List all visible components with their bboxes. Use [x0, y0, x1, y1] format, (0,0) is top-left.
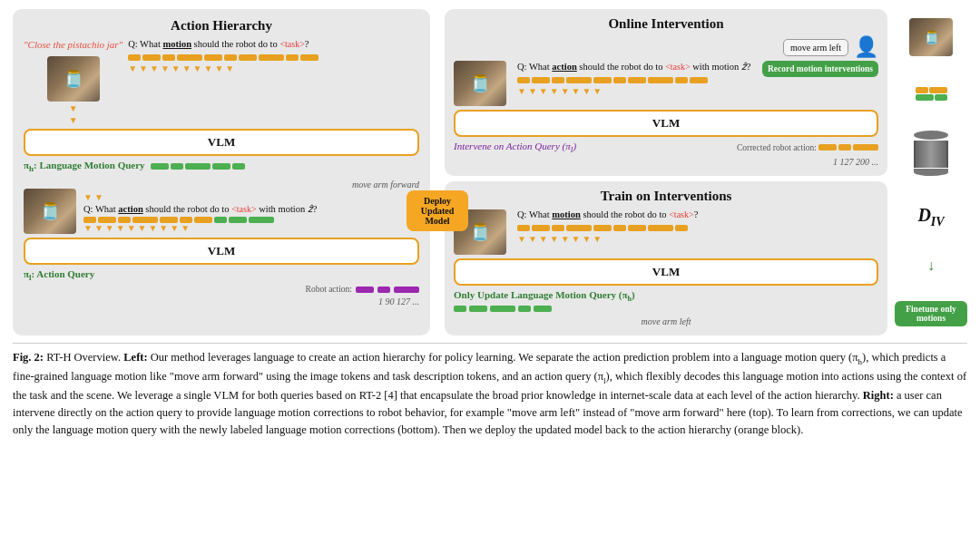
query2-col: move arm forward ▼ ▼ Q: What action shou…: [83, 177, 419, 234]
token-1: [128, 54, 141, 61]
finetune-box: Finetune only motions: [895, 301, 967, 326]
token-4: [177, 54, 202, 61]
pi-h-row: πh: Language Motion Query: [24, 160, 419, 173]
motion-word: motion: [162, 39, 191, 49]
db-top: [914, 131, 948, 140]
right-bold: Right:: [863, 389, 894, 402]
left-bold: Left:: [123, 351, 147, 364]
pi-l-label: πl: Action Query: [24, 268, 94, 282]
token-row-2: [83, 217, 419, 223]
middle-row: 🫙 move arm forward ▼ ▼ Q: What action sh…: [24, 177, 419, 234]
arrow-down-1: ▼: [69, 104, 78, 113]
token-10: [300, 54, 318, 61]
left-query1: Q: What motion should the robot do to <t…: [128, 39, 419, 49]
left-top-section: "Close the pistachio jar" 🫙 ▼ ▼ Q: What …: [24, 39, 419, 125]
record-col: Record motion interventions: [762, 61, 878, 77]
deploy-box: Deploy Updated Model: [407, 190, 468, 231]
jar-image-2: 🫙: [24, 189, 76, 234]
jar-image-sidebar: 🫙: [909, 18, 953, 56]
right-bottom-panel: Train on Interventions 🫙 Q: What motion …: [445, 181, 887, 335]
right-panels: Online Intervention move arm left 👤 🫙 Q:…: [445, 9, 887, 335]
move-arm-left-text: move arm left: [642, 316, 691, 326]
arrow-row-1: ▼: [128, 64, 137, 73]
main-container: Action Hierarchy "Close the pistachio ja…: [0, 0, 980, 448]
jar-image-3: 🫙: [454, 61, 506, 106]
green-token-5: [232, 163, 245, 170]
vlm-box-3: VLM: [454, 110, 878, 137]
vlm-box-1: VLM: [24, 129, 419, 156]
robot-action-label: Robot action:: [306, 285, 352, 294]
diagram-area: Action Hierarchy "Close the pistachio ja…: [13, 9, 967, 335]
right-bottom-content: Q: What motion should the robot do to <t…: [517, 209, 878, 245]
sidebar-tokens: [916, 87, 947, 101]
right-bottom-query: Q: What motion should the robot do to <t…: [517, 209, 878, 219]
right-top-panel: Online Intervention move arm left 👤 🫙 Q:…: [445, 9, 887, 176]
speech-row: move arm left 👤: [454, 37, 878, 57]
token-9: [286, 54, 299, 61]
db-bottom: [914, 169, 948, 176]
right-token-row-1: [517, 77, 751, 83]
green-token-2: [171, 163, 183, 170]
token-6: [224, 54, 237, 61]
action-word-right: action: [552, 62, 576, 72]
robot-action-numbers: 1 90 127 ...: [378, 296, 419, 306]
token-row-1: [128, 54, 419, 61]
db-body: [914, 141, 948, 168]
green-token-1: [151, 163, 169, 170]
right-top-section: 🫙 Q: What action should the robot do to …: [454, 61, 878, 106]
speech-bubble: move arm left: [783, 39, 848, 56]
fig-label: Fig. 2:: [13, 351, 44, 364]
corrected-numbers: 1 127 200 ...: [833, 157, 878, 167]
right-bottom-title: Train on Interventions: [454, 189, 878, 204]
record-box: Record motion interventions: [762, 61, 878, 77]
sidebar-arrow-down: ↓: [927, 258, 935, 273]
left-query1-col: Q: What motion should the robot do to <t…: [128, 39, 419, 74]
right-bottom-section: 🫙 Q: What motion should the robot do to …: [454, 209, 878, 255]
right-top-content: Q: What action should the robot do to <t…: [517, 61, 751, 97]
right-top-title: Online Intervention: [454, 16, 878, 32]
motion-word-bottom: motion: [552, 209, 581, 219]
only-update-row: Only Update Language Motion Query (πh): [454, 289, 878, 303]
task-tag-1: <task>: [279, 39, 304, 49]
intervene-label: Intervene on Action Query (πI): [454, 141, 576, 154]
right-sidebar: 🫙 DIV: [895, 9, 967, 335]
move-arm-text: move arm forward: [352, 180, 419, 190]
d-iv-label: DIV: [917, 205, 944, 229]
right-top-query: Q: What action should the robot do to <t…: [517, 61, 751, 72]
token-5: [204, 54, 222, 61]
token-3: [162, 54, 175, 61]
left-query2: Q: What action should the robot do to <t…: [83, 203, 419, 214]
quote-text: "Close the pistachio jar": [24, 39, 122, 50]
green-token-3: [185, 163, 211, 170]
green-token-4: [212, 163, 230, 170]
pi-l-row: πl: Action Query: [24, 268, 419, 282]
token-7: [239, 54, 257, 61]
only-update-label: Only Update Language Motion Query (πh): [454, 289, 635, 303]
vlm-box-2: VLM: [24, 238, 419, 265]
arrow-down-2: ▼: [69, 116, 78, 125]
pi-h-label: πh: Language Motion Query: [24, 160, 145, 173]
intervene-row: Intervene on Action Query (πI) Corrected…: [454, 141, 878, 154]
caption-area: Fig. 2: RT-H Overview. Left: Our method …: [13, 343, 967, 438]
left-panel: Action Hierarchy "Close the pistachio ja…: [13, 9, 430, 335]
right-bottom-token-row: [517, 225, 878, 231]
action-word: action: [118, 204, 142, 214]
corrected-label: Corrected robot action:: [737, 143, 817, 152]
left-panel-title: Action Hierarchy: [24, 18, 419, 34]
token-2: [142, 54, 161, 61]
token-8: [259, 54, 284, 61]
robot-action-row: Robot action:: [24, 285, 419, 294]
jar-image-1: 🫙: [47, 56, 100, 102]
database-icon: [914, 131, 948, 176]
vlm-box-4: VLM: [454, 258, 878, 286]
bottom-token-output-row: [454, 306, 878, 312]
person-icon: 👤: [854, 37, 878, 57]
